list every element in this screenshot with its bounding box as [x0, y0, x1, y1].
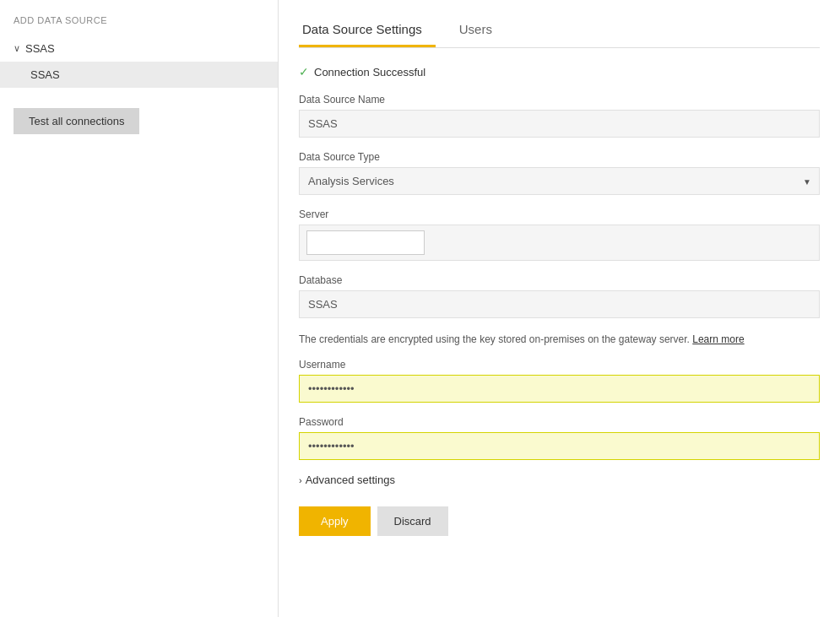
- sidebar-item-ssas[interactable]: SSAS: [0, 62, 278, 88]
- username-group: Username: [299, 359, 820, 403]
- test-all-connections-button[interactable]: Test all connections: [14, 108, 139, 134]
- server-input-inner: [300, 225, 819, 260]
- advanced-settings-label: Advanced settings: [306, 474, 395, 486]
- credentials-note-text: The credentials are encrypted using the …: [299, 333, 690, 345]
- connection-status: ✓ Connection Successful: [299, 65, 820, 78]
- password-group: Password: [299, 416, 820, 460]
- credentials-note: The credentials are encrypted using the …: [299, 332, 820, 347]
- sidebar-group-label[interactable]: ∨ SSAS: [0, 35, 278, 62]
- database-group: Database: [299, 274, 820, 318]
- sidebar-group-name: SSAS: [25, 42, 55, 55]
- sidebar-group: ∨ SSAS SSAS: [0, 35, 278, 88]
- sidebar: ADD DATA SOURCE ∨ SSAS SSAS Test all con…: [0, 0, 279, 617]
- sidebar-item-label: SSAS: [30, 68, 60, 81]
- server-input-wrapper: [299, 225, 820, 261]
- username-input[interactable]: [299, 375, 820, 403]
- database-input[interactable]: [299, 290, 820, 318]
- server-group: Server: [299, 208, 820, 261]
- tab-data-source-settings[interactable]: Data Source Settings: [299, 14, 436, 47]
- tabs-container: Data Source Settings Users: [299, 0, 820, 48]
- check-icon: ✓: [299, 65, 309, 78]
- learn-more-link[interactable]: Learn more: [692, 333, 744, 345]
- server-label: Server: [299, 208, 820, 220]
- server-input[interactable]: [306, 230, 425, 255]
- password-label: Password: [299, 416, 820, 428]
- password-input[interactable]: [299, 432, 820, 460]
- data-source-type-select[interactable]: Analysis Services: [299, 167, 820, 195]
- connection-status-text: Connection Successful: [314, 66, 425, 78]
- apply-button[interactable]: Apply: [299, 506, 371, 536]
- main-content: Data Source Settings Users ✓ Connection …: [279, 0, 840, 617]
- arrow-right-icon: ›: [299, 475, 302, 485]
- data-source-name-input[interactable]: [299, 110, 820, 138]
- data-source-type-label: Data Source Type: [299, 151, 820, 163]
- username-label: Username: [299, 359, 820, 371]
- tab-users[interactable]: Users: [456, 14, 506, 47]
- data-source-name-label: Data Source Name: [299, 94, 820, 106]
- data-source-type-group: Data Source Type Analysis Services: [299, 151, 820, 195]
- test-btn-container: Test all connections: [0, 95, 278, 148]
- sidebar-header: ADD DATA SOURCE: [0, 8, 278, 32]
- chevron-down-icon: ∨: [14, 43, 20, 54]
- data-source-type-select-wrapper: Analysis Services: [299, 167, 820, 195]
- advanced-settings-toggle[interactable]: › Advanced settings: [299, 474, 820, 486]
- action-buttons: Apply Discard: [299, 506, 820, 553]
- data-source-name-group: Data Source Name: [299, 94, 820, 138]
- database-label: Database: [299, 274, 820, 286]
- discard-button[interactable]: Discard: [377, 506, 448, 536]
